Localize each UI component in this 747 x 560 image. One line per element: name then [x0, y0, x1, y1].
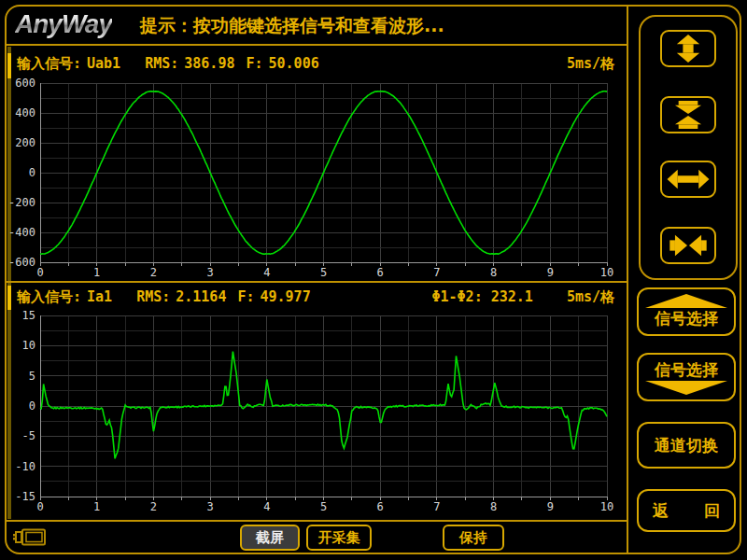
- return-char-2: 回: [704, 500, 720, 522]
- panel2-rms-value: 2.1164: [176, 288, 226, 305]
- signal-select-up-button[interactable]: 信号选择: [637, 287, 736, 336]
- svg-text:6: 6: [377, 266, 384, 279]
- header-divider: [7, 44, 627, 46]
- panel1-freq-value: 50.006: [269, 55, 319, 72]
- svg-text:-200: -200: [8, 196, 35, 209]
- svg-text:4: 4: [263, 266, 270, 279]
- panel2-header: 输入信号: Ia1 RMS: 2.1164 F: 49.977 Φ1-Φ2: 2…: [17, 286, 614, 308]
- compress-vertical-button[interactable]: [660, 96, 716, 133]
- panel1-freq-label: F:: [246, 55, 262, 72]
- svg-text:3: 3: [206, 500, 213, 513]
- svg-text:6: 6: [377, 500, 384, 513]
- svg-text:0: 0: [29, 166, 35, 179]
- svg-text:-600: -600: [8, 256, 35, 269]
- triangle-up-icon: [645, 294, 727, 308]
- svg-text:4: 4: [263, 500, 270, 513]
- svg-text:2: 2: [150, 266, 157, 279]
- svg-text:0: 0: [36, 266, 43, 279]
- svg-text:-15: -15: [15, 490, 35, 503]
- voltage-chart: 6004002000-200-400-600012345678910: [0, 78, 624, 282]
- panel2-input-label: 输入信号:: [17, 288, 81, 306]
- compress-horizontal-button[interactable]: [660, 227, 716, 264]
- svg-text:0: 0: [36, 500, 43, 513]
- panel2-signal-name: Ia1: [87, 288, 112, 305]
- svg-text:3: 3: [206, 266, 213, 279]
- svg-text:7: 7: [433, 500, 440, 513]
- signal-select-up-label: 信号选择: [655, 308, 718, 329]
- anyway-logo: AnyWay: [15, 9, 112, 39]
- svg-text:10: 10: [22, 339, 35, 352]
- channel-switch-button[interactable]: 通道切换: [637, 422, 736, 469]
- panel2-phase: Φ1-Φ2: 232.1: [432, 288, 533, 305]
- expand-vertical-button[interactable]: [660, 30, 716, 67]
- hint-text: 提示：按功能键选择信号和查看波形...: [140, 14, 444, 38]
- svg-text:2: 2: [150, 500, 157, 513]
- svg-text:8: 8: [490, 266, 497, 279]
- return-button[interactable]: 返 回: [637, 489, 736, 532]
- svg-text:0: 0: [29, 399, 35, 413]
- svg-text:-5: -5: [22, 429, 35, 442]
- panel1-indicator: [7, 53, 11, 78]
- svg-text:10: 10: [600, 266, 613, 279]
- device-screen: AnyWay 提示：按功能键选择信号和查看波形... 输入信号: Uab1 RM…: [0, 0, 747, 560]
- expand-horizontal-icon: [667, 165, 710, 193]
- svg-text:600: 600: [15, 78, 35, 90]
- expand-vertical-icon: [667, 35, 710, 63]
- svg-text:10: 10: [600, 500, 613, 513]
- svg-text:5: 5: [320, 500, 327, 513]
- panel-divider: [7, 281, 627, 283]
- panel2-phase-value: 232.1: [491, 288, 533, 305]
- panel2-indicator: [7, 286, 11, 310]
- hold-button[interactable]: 保持: [443, 525, 504, 551]
- sidebar-divider: [627, 6, 628, 553]
- panel1-rms-value: 386.98: [184, 55, 234, 72]
- panel1-header: 输入信号: Uab1 RMS: 386.98 F: 50.006 5ms/格: [17, 52, 614, 75]
- panel2-rms-label: RMS:: [136, 288, 170, 305]
- panel2-freq-value: 49.977: [261, 288, 311, 305]
- channel-switch-label: 通道切换: [655, 435, 718, 456]
- svg-text:400: 400: [15, 106, 35, 119]
- return-char-1: 返: [653, 500, 669, 522]
- svg-text:9: 9: [547, 266, 554, 279]
- screenshot-button[interactable]: 截屏: [240, 525, 300, 551]
- svg-text:5: 5: [29, 370, 35, 383]
- panel2-timebase: 5ms/格: [567, 288, 614, 306]
- panel1-signal-name: Uab1: [87, 55, 120, 72]
- svg-text:15: 15: [22, 311, 35, 322]
- panel1-timebase: 5ms/格: [567, 55, 614, 73]
- svg-text:200: 200: [15, 136, 35, 149]
- battery-icon: [12, 526, 48, 551]
- signal-select-down-label: 信号选择: [655, 359, 718, 381]
- expand-horizontal-button[interactable]: [660, 161, 716, 198]
- compress-vertical-icon: [667, 101, 710, 129]
- triangle-down-icon: [645, 381, 727, 395]
- svg-text:-10: -10: [15, 460, 35, 473]
- svg-text:8: 8: [490, 500, 497, 513]
- svg-text:5: 5: [320, 266, 327, 279]
- current-chart: 151050-5-10-15012345678910: [0, 311, 624, 518]
- panel1-input-label: 输入信号:: [17, 55, 81, 73]
- signal-select-down-button[interactable]: 信号选择: [637, 353, 736, 401]
- bottombar-divider: [7, 520, 627, 522]
- svg-text:7: 7: [433, 266, 440, 279]
- panel2-phase-label: Φ1-Φ2:: [432, 288, 483, 305]
- compress-horizontal-icon: [667, 231, 710, 259]
- start-acquisition-button[interactable]: 开采集: [306, 525, 372, 551]
- svg-text:-400: -400: [8, 226, 35, 239]
- svg-text:1: 1: [93, 500, 100, 513]
- panel1-rms-label: RMS:: [145, 55, 178, 72]
- svg-text:1: 1: [93, 266, 100, 279]
- svg-text:9: 9: [547, 500, 554, 513]
- panel2-freq-label: F:: [237, 288, 254, 305]
